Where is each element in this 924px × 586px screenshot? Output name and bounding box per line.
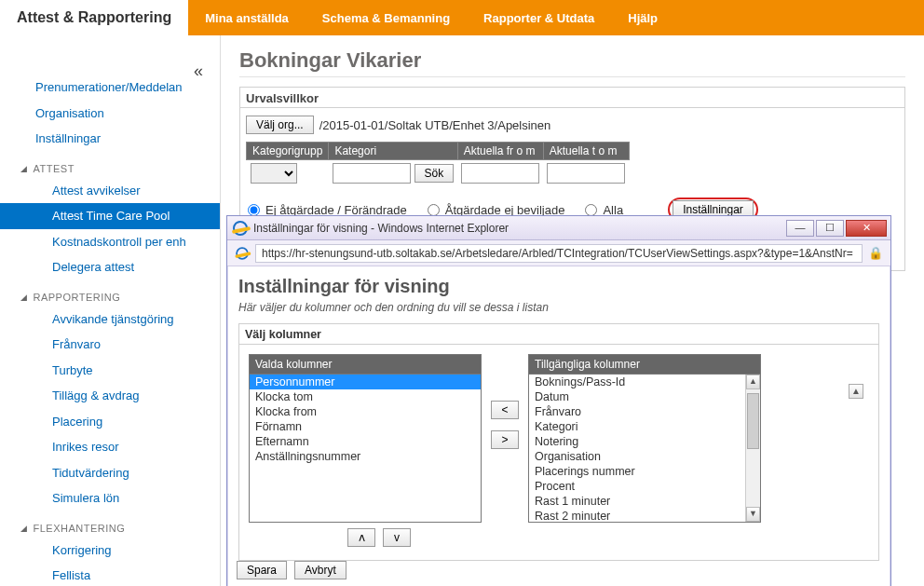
filter-group-title: Urvalsvillkor (240, 88, 904, 108)
column-chooser-title: Välj kolumner (239, 324, 878, 345)
sidebar-item-0-2[interactable]: Kostnadskontroll per enh (0, 229, 220, 255)
scroll-up-arrow[interactable]: ▲ (746, 375, 760, 389)
sidebar-item-1-0[interactable]: Avvikande tjänstgöring (0, 307, 220, 333)
available-list-scrollbar[interactable]: ▲ ▼ (745, 375, 760, 522)
sidebar-item-1-3[interactable]: Tillägg & avdrag (0, 383, 220, 409)
move-right-button[interactable]: > (491, 430, 519, 449)
ie-page-icon (236, 247, 249, 260)
move-left-button[interactable]: < (491, 401, 519, 419)
selected-col-option[interactable]: Anställningsnummer (250, 449, 481, 464)
scroll-thumb[interactable] (747, 393, 759, 449)
lock-icon: 🔒 (868, 246, 883, 260)
available-col-option[interactable]: Procent (529, 479, 745, 494)
content: Bokningar Vikarier Urvalsvillkor Välj or… (221, 35, 924, 586)
selected-columns-listbox[interactable]: PersonnummerKlocka tomKlocka fromFörnamn… (249, 374, 482, 523)
selected-col-option[interactable]: Klocka tom (250, 389, 481, 404)
org-path: /2015-01-01/Soltak UTB/Enhet 3/Apelsinen (319, 118, 551, 132)
available-col-option[interactable]: Placerings nummer (529, 464, 745, 479)
kategorigrupp-select[interactable] (251, 163, 297, 184)
move-up-button[interactable]: ʌ (347, 528, 375, 547)
nav-tab-2[interactable]: Schema & Bemanning (306, 0, 467, 35)
sidebar-link-top-1[interactable]: Organisation (0, 101, 220, 127)
from-date-input[interactable] (461, 163, 539, 184)
ie-popup-window: Inställningar för visning - Windows Inte… (226, 215, 891, 586)
kategori-input[interactable] (333, 163, 411, 184)
page-title: Bokningar Vikarier (239, 48, 905, 77)
search-kategori-button[interactable]: Sök (414, 164, 455, 183)
selected-col-option[interactable]: Efternamn (250, 434, 481, 449)
group-scroll-up-arrow[interactable]: ▲ (849, 384, 863, 399)
sidebar: « Prenumerationer/MeddelanOrganisationIn… (0, 35, 221, 586)
sidebar-section-1[interactable]: ◢RAPPORTERING (0, 286, 220, 307)
sidebar-item-1-1[interactable]: Frånvaro (0, 332, 220, 358)
ie-window-title: Inställningar för visning - Windows Inte… (253, 222, 781, 235)
available-col-option[interactable]: Frånvaro (529, 404, 745, 419)
nav-tab-4[interactable]: Hjälp (611, 0, 674, 35)
sidebar-item-1-4[interactable]: Placering (0, 409, 220, 435)
available-columns-listbox[interactable]: Boknings/Pass-IdDatumFrånvaroKategoriNot… (528, 374, 761, 523)
ie-titlebar[interactable]: Inställningar för visning - Windows Inte… (227, 216, 890, 240)
scroll-down-arrow[interactable]: ▼ (746, 507, 760, 522)
available-col-option[interactable]: Notering (529, 434, 745, 449)
caret-icon: ◢ (20, 164, 28, 173)
caret-icon: ◢ (20, 524, 28, 533)
to-date-input[interactable] (547, 163, 625, 184)
cancel-button[interactable]: Avbryt (294, 561, 346, 579)
selected-col-option[interactable]: Personnummer (250, 375, 481, 389)
sidebar-section-0[interactable]: ◢ATTEST (0, 157, 220, 178)
sidebar-link-top-2[interactable]: Inställningar (0, 126, 220, 152)
sidebar-item-0-3[interactable]: Delegera attest (0, 254, 220, 280)
selected-columns-header: Valda kolumner (249, 354, 482, 374)
sidebar-item-1-2[interactable]: Turbyte (0, 358, 220, 384)
maximize-button[interactable]: ☐ (816, 220, 844, 237)
available-col-option[interactable]: Boknings/Pass-Id (529, 375, 745, 389)
sidebar-item-0-1[interactable]: Attest Time Care Pool (0, 203, 220, 229)
url-field[interactable]: https://hr-stenungsund-utb.soltakab.se/A… (255, 244, 863, 263)
minimize-button[interactable]: — (786, 220, 814, 237)
sidebar-link-top-0[interactable]: Prenumerationer/Meddelan (0, 75, 220, 101)
sidebar-section-2[interactable]: ◢FLEXHANTERING (0, 517, 220, 538)
caret-icon: ◢ (20, 293, 28, 302)
sidebar-item-1-7[interactable]: Simulera lön (0, 485, 220, 511)
selected-col-option[interactable]: Förnamn (250, 419, 481, 434)
available-columns-header: Tillgängliga kolumner (528, 354, 761, 374)
sidebar-item-1-5[interactable]: Inrikes resor (0, 434, 220, 460)
sidebar-body: Prenumerationer/MeddelanOrganisationInst… (0, 75, 220, 586)
popup-heading: Inställningar för visning (238, 276, 879, 297)
selected-col-option[interactable]: Klocka from (250, 404, 481, 419)
ie-logo-icon (233, 221, 248, 236)
sidebar-item-2-0[interactable]: Korrigering (0, 538, 220, 564)
popup-subheading: Här väljer du kolumner och den ordning d… (238, 301, 879, 314)
save-button[interactable]: Spara (237, 561, 287, 579)
available-col-option[interactable]: Kategori (529, 419, 745, 434)
filter-header-row: KategorigruppKategoriAktuella fr o mAktu… (247, 143, 630, 160)
nav-tab-1[interactable]: Mina anställda (188, 0, 306, 35)
filter-table: KategorigruppKategoriAktuella fr o mAktu… (246, 142, 630, 186)
sidebar-item-2-1[interactable]: Fellista (0, 563, 220, 586)
ie-address-bar: https://hr-stenungsund-utb.soltakab.se/A… (227, 240, 890, 266)
nav-tab-3[interactable]: Rapporter & Utdata (467, 0, 611, 35)
available-col-option[interactable]: Organisation (529, 449, 745, 464)
move-down-button[interactable]: v (383, 528, 411, 547)
available-col-option[interactable]: Datum (529, 389, 745, 404)
choose-org-button[interactable]: Välj org... (246, 116, 314, 134)
collapse-sidebar-icon[interactable]: « (194, 61, 203, 81)
close-button[interactable]: ✕ (846, 220, 887, 237)
column-chooser-group: Välj kolumner ▲ Valda kolumner Personnum… (238, 323, 879, 561)
sidebar-item-1-6[interactable]: Tidutvärdering (0, 460, 220, 486)
nav-tab-0[interactable]: Attest & Rapportering (0, 0, 188, 35)
available-col-option[interactable]: Rast 2 minuter (529, 509, 745, 523)
sidebar-item-0-0[interactable]: Attest avvikelser (0, 178, 220, 204)
top-nav: Attest & RapporteringMina anställdaSchem… (0, 0, 924, 35)
available-col-option[interactable]: Rast 1 minuter (529, 494, 745, 509)
